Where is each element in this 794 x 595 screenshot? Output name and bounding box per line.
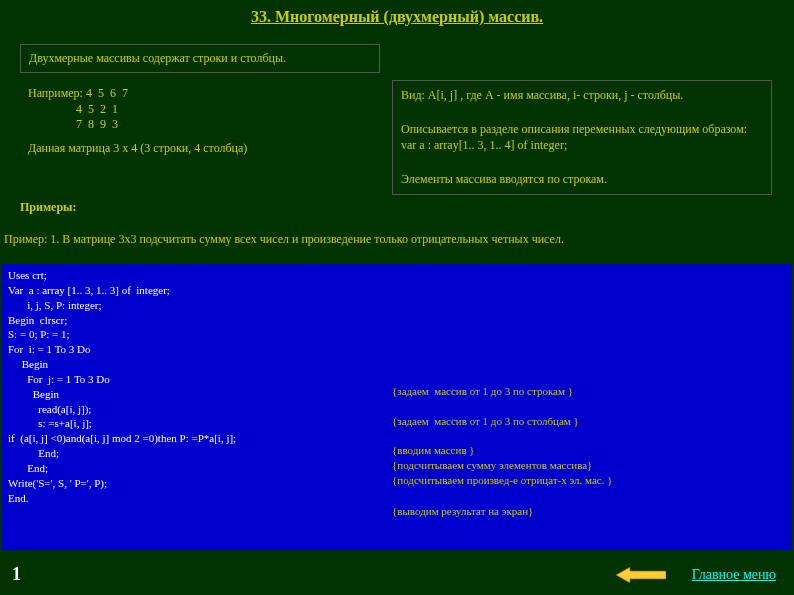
intro-box: Двухмерные массивы содержат строки и сто… — [20, 44, 380, 73]
code-left: Uses crt; Var a : array [1.. 3, 1.. 3] o… — [8, 268, 236, 506]
desc-line-2: Описывается в разделе описания переменны… — [401, 121, 763, 138]
matrix-caption: Данная матрица 3 x 4 (3 строки, 4 столбц… — [28, 141, 372, 156]
main-menu-link[interactable]: Главное меню — [692, 567, 776, 583]
matrix-example-box: Например: 4 5 6 7 4 5 2 1 7 8 9 3 Данная… — [20, 80, 380, 162]
page-number: 1 — [12, 564, 21, 585]
page-title: 33. Многомерный (двухмерный) массив. — [0, 0, 794, 26]
desc-line-4: Элементы массива вводятся по строкам. — [401, 171, 763, 188]
code-comment-output: {выводим результат на экран} — [392, 504, 533, 519]
desc-line-3: var a : array[1.. 3, 1.. 4] of integer; — [401, 137, 763, 154]
example1-text: Пример: 1. В матрице 3x3 подсчитать сумм… — [2, 232, 792, 247]
matrix-lines: Например: 4 5 6 7 4 5 2 1 7 8 9 3 — [28, 86, 372, 133]
desc-line-1: Вид: A[i, j] , где А - имя массива, i- с… — [401, 87, 763, 104]
svg-marker-0 — [616, 567, 666, 583]
description-box: Вид: A[i, j] , где А - имя массива, i- с… — [392, 80, 772, 195]
code-comments: {задаем массив от 1 до 3 по строкам } {з… — [392, 384, 612, 488]
code-box: Uses crt; Var a : array [1.. 3, 1.. 3] o… — [2, 264, 792, 550]
examples-label: Примеры: — [20, 200, 76, 215]
arrow-left-icon — [616, 565, 666, 585]
